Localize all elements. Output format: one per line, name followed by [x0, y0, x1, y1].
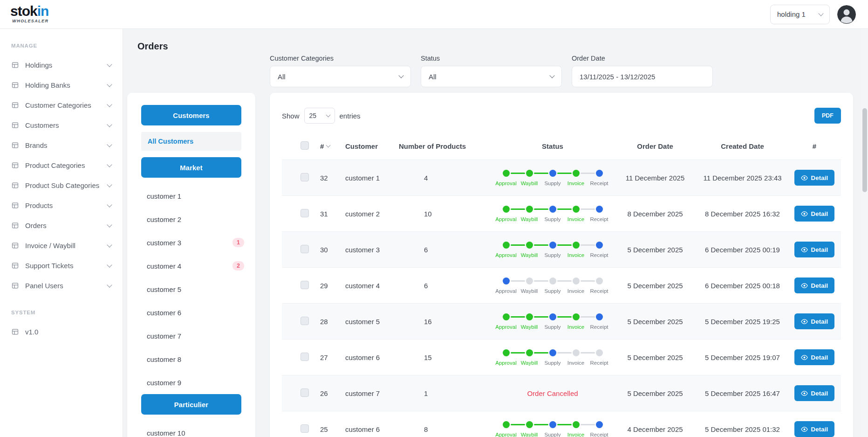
customer-item-customer-3[interactable]: customer 3 1	[127, 231, 255, 254]
detail-button[interactable]: Detail	[794, 206, 835, 222]
user-avatar[interactable]	[837, 5, 856, 24]
main-content: Orders Customer Categories All Status Al…	[123, 29, 868, 437]
step-dot-invoice	[573, 421, 580, 428]
row-checkbox[interactable]	[301, 424, 309, 433]
header-id[interactable]: #	[320, 142, 324, 150]
step-label: Waybill	[521, 324, 538, 330]
sidebar-item-holding-banks[interactable]: Holding Banks	[0, 75, 123, 95]
step-dot-waybill	[526, 242, 533, 249]
sidebar-item-label: Products	[25, 201, 102, 209]
product-category-icon	[11, 161, 19, 169]
table-row: 29 customer 4 6 ApprovalWaybillSupplyInv…	[282, 267, 841, 303]
status-select[interactable]: All	[421, 66, 562, 87]
step-dot-approval	[503, 421, 510, 428]
select-all-checkbox[interactable]	[301, 141, 309, 150]
sidebar-item-orders[interactable]: Orders	[0, 215, 123, 236]
market-group-button[interactable]: Market	[141, 157, 241, 178]
header-created-date: Created Date	[697, 142, 788, 150]
step-dot-invoice	[573, 242, 580, 249]
step-dot-waybill	[526, 349, 533, 356]
customer-item-customer-7[interactable]: customer 7	[127, 324, 255, 347]
all-customers-item[interactable]: All Customers	[141, 132, 241, 151]
step-dot-supply	[549, 349, 556, 356]
step-dot-waybill	[526, 170, 533, 177]
sidebar-item-support-tickets[interactable]: Support Tickets	[0, 256, 123, 276]
show-label: Show	[282, 112, 300, 120]
detail-button[interactable]: Detail	[794, 313, 835, 329]
eye-icon	[801, 210, 808, 217]
detail-button[interactable]: Detail	[794, 277, 835, 293]
sidebar-item-invoice-waybill[interactable]: Invoice / Waybill	[0, 236, 123, 256]
holding-select[interactable]: holding 1	[770, 5, 830, 24]
order-date-input[interactable]: 13/11/2025 - 13/12/2025	[572, 66, 713, 87]
row-checkbox[interactable]	[301, 173, 309, 181]
customer-item-customer-10[interactable]: customer 10	[127, 421, 255, 437]
customer-item-customer-8[interactable]: customer 8	[127, 347, 255, 371]
created-date-cell: 6 December 2025 00:19	[697, 246, 788, 254]
step-label: Waybill	[521, 180, 538, 186]
detail-button[interactable]: Detail	[794, 170, 835, 186]
brand-icon	[11, 141, 19, 149]
person-icon	[837, 5, 856, 24]
detail-button-label: Detail	[811, 174, 828, 181]
sidebar-item-product-categories[interactable]: Product Categories	[0, 155, 123, 175]
row-checkbox[interactable]	[301, 317, 309, 325]
customer-name: customer 7	[147, 332, 181, 340]
header-products: Number of Products	[399, 142, 492, 150]
step-label: Invoice	[567, 324, 584, 330]
step-dot-receipt	[596, 206, 603, 213]
sidebar-item-products[interactable]: Products	[0, 195, 123, 215]
order-date-cell: 5 December 2025	[613, 389, 697, 397]
step-dot-receipt	[596, 170, 603, 177]
order-products-cell: 10	[399, 210, 432, 218]
detail-button[interactable]: Detail	[794, 421, 835, 437]
customer-item-customer-5[interactable]: customer 5	[127, 277, 255, 301]
row-checkbox[interactable]	[301, 281, 309, 289]
order-date-cell: 5 December 2025	[613, 318, 697, 326]
page-size-select[interactable]: 25	[304, 108, 335, 124]
brand-logo: stokin WHOLESALER	[0, 4, 123, 24]
customers-group-button[interactable]: Customers	[141, 105, 241, 125]
scrollbar-thumb[interactable]	[862, 108, 867, 192]
chevron-down-icon	[107, 282, 112, 287]
sidebar-item-panel-users[interactable]: Panel Users	[0, 276, 123, 296]
detail-button[interactable]: Detail	[794, 385, 835, 401]
sidebar-item-customer-categories[interactable]: Customer Categories	[0, 95, 123, 115]
product-subcategory-icon	[11, 181, 19, 189]
sidebar-item-product-sub-categories[interactable]: Product Sub Categories	[0, 175, 123, 195]
customer-item-customer-1[interactable]: customer 1	[127, 184, 255, 208]
sidebar-item-customers[interactable]: Customers	[0, 115, 123, 135]
step-label: Waybill	[521, 288, 538, 294]
sidebar-item-brands[interactable]: Brands	[0, 135, 123, 155]
header-order-date: Order Date	[613, 142, 697, 150]
step-label: Supply	[544, 180, 560, 186]
detail-button[interactable]: Detail	[794, 242, 835, 257]
customer-categories-select[interactable]: All	[270, 66, 411, 87]
sidebar-item-v1-0[interactable]: v1.0	[0, 322, 123, 342]
detail-button[interactable]: Detail	[794, 349, 835, 365]
order-status-stepper: ApprovalWaybillSupplyInvoiceReceipt	[492, 170, 613, 186]
step-label: Supply	[544, 360, 560, 366]
pdf-export-button[interactable]: PDF	[814, 108, 841, 124]
customer-item-customer-9[interactable]: customer 9	[127, 371, 255, 394]
customer-item-customer-4[interactable]: customer 4 2	[127, 254, 255, 277]
particulier-group-button[interactable]: Particulier	[141, 394, 241, 415]
row-checkbox[interactable]	[301, 209, 309, 217]
order-status-cell: ApprovalWaybillSupplyInvoiceReceipt	[492, 349, 613, 366]
row-checkbox[interactable]	[301, 245, 309, 253]
sidebar-item-holdings[interactable]: Holdings	[0, 55, 123, 75]
invoice-icon	[11, 242, 19, 250]
row-checkbox[interactable]	[301, 353, 309, 361]
step-label: Supply	[544, 432, 560, 437]
sidebar-nav: MANAGE Holdings Holding Banks Customer C…	[0, 29, 123, 342]
status-filter-label: Status	[421, 55, 562, 62]
step-dot-invoice	[573, 170, 580, 177]
step-dot-invoice	[573, 313, 580, 320]
eye-icon	[801, 246, 808, 253]
customer-item-customer-2[interactable]: customer 2	[127, 208, 255, 231]
chevron-down-icon	[107, 162, 112, 167]
chevron-down-icon	[107, 182, 112, 187]
step-dot-receipt	[596, 242, 603, 249]
row-checkbox[interactable]	[301, 388, 309, 397]
customer-item-customer-6[interactable]: customer 6	[127, 301, 255, 324]
